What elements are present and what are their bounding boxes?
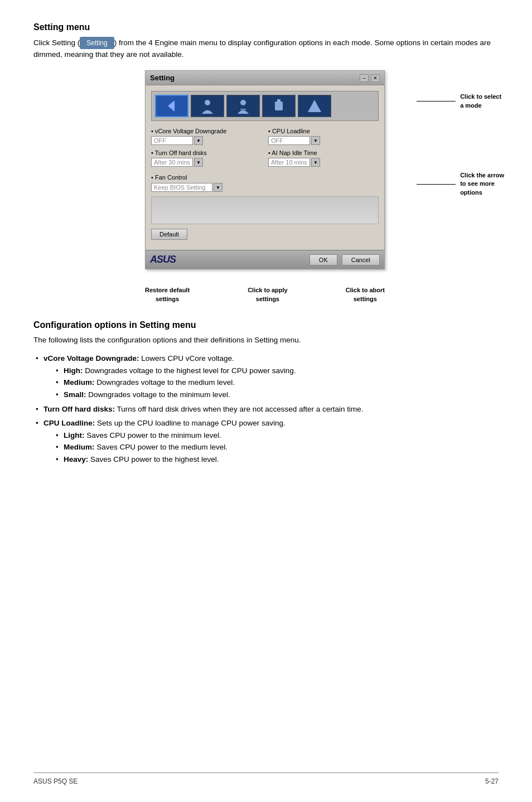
window-controls: ─ ✕ [360, 74, 380, 82]
turn-off-label: • Turn Off hard disks [151, 149, 262, 156]
screenshot-area: Setting ─ ✕ [33, 70, 499, 269]
config-bullet-list: vCore Voltage Downgrade: Lowers CPU vCor… [33, 352, 499, 465]
vcore-dropdown[interactable]: OFF ▼ [151, 136, 262, 145]
mode-icon-performance[interactable] [155, 95, 188, 117]
config-options-section: Configuration options in Setting menu Th… [33, 320, 499, 466]
window-body: • vCore Voltage Downgrade OFF ▼ • CPU Lo… [146, 85, 384, 250]
vcore-medium-desc: Downgrades voltage to the medium level. [95, 378, 235, 386]
turn-off-term: Turn Off hard disks: [43, 405, 115, 413]
svg-point-2 [240, 100, 246, 105]
list-item-cpu-medium: Medium: Saves CPU power to the medium le… [55, 441, 499, 453]
turn-off-arrow-icon[interactable]: ▼ [194, 158, 203, 167]
list-item-vcore-small: Small: Downgrades voltage to the minimum… [55, 389, 499, 401]
svg-point-1 [205, 100, 210, 105]
fan-control-label: • Fan Control [151, 174, 187, 181]
cpu-loadline-value: OFF [268, 136, 310, 145]
cpu-medium-desc: Saves CPU power to the medium level. [95, 443, 228, 451]
config-section-heading: Configuration options in Setting menu [33, 320, 499, 330]
window-bottom: ASUS OK Cancel [146, 250, 384, 269]
cpu-loadline-label: • CPU Loadline [268, 128, 379, 134]
window-titlebar: Setting ─ ✕ [146, 71, 384, 85]
cpu-loadline-desc: Sets up the CPU loadline to manage CPU p… [95, 419, 285, 427]
empty-gray-area [151, 196, 379, 224]
annotation-text-arrow: Click the arrow to see more options [460, 171, 504, 197]
config-section-intro: The following lists the configuration op… [33, 335, 499, 346]
options-grid: • vCore Voltage Downgrade OFF ▼ • CPU Lo… [151, 128, 379, 167]
annotation-line-2 [417, 184, 456, 185]
ok-button[interactable]: OK [309, 254, 337, 265]
setting-menu-heading: Setting menu [33, 22, 499, 32]
cpu-loadline-dropdown[interactable]: OFF ▼ [268, 136, 379, 145]
cpu-heavy-term: Heavy: [64, 455, 88, 463]
cpu-loadline-term: CPU Loadline: [43, 419, 95, 427]
cpu-medium-term: Medium: [64, 443, 95, 451]
ai-nap-option-group: • AI Nap Idle Time After 10 mins ▼ [268, 149, 379, 167]
ai-nap-label: • AI Nap Idle Time [268, 149, 379, 156]
minimize-button[interactable]: ─ [360, 74, 369, 82]
list-item-vcore: vCore Voltage Downgrade: Lowers CPU vCor… [33, 352, 499, 400]
annotation-click-arrow: Click the arrow to see more options [417, 171, 504, 197]
mode-icon-energy4[interactable] [298, 95, 331, 117]
annotation-restore-default: Restore default settings [145, 286, 190, 303]
footer-left: ASUS P5Q SE [33, 777, 78, 785]
annotation-click-to-select: Click to select a mode [417, 93, 504, 110]
vcore-arrow-icon[interactable]: ▼ [194, 136, 203, 145]
annotation-line-1 [417, 101, 456, 102]
list-item-turn-off: Turn Off hard disks: Turns off hard disk… [33, 403, 499, 416]
annotation-click-apply: Click to apply settings [248, 286, 288, 303]
page-footer: ASUS P5Q SE 5-27 [33, 772, 499, 785]
list-item-vcore-high: High: Downgrades voltage to the highest … [55, 365, 499, 377]
vcore-option-group: • vCore Voltage Downgrade OFF ▼ [151, 128, 262, 145]
default-button[interactable]: Default [151, 229, 187, 240]
turn-off-option-group: • Turn Off hard disks After 30 mins ▼ [151, 149, 262, 167]
fan-control-dropdown[interactable]: Keep BIOS Setting ▼ [151, 183, 379, 192]
cpu-loadline-arrow-icon[interactable]: ▼ [311, 136, 320, 145]
turn-off-value: After 30 mins [151, 158, 193, 167]
list-item-cpu-loadline: CPU Loadline: Sets up the CPU loadline t… [33, 417, 499, 465]
ai-nap-dropdown[interactable]: After 10 mins ▼ [268, 158, 379, 167]
svg-marker-6 [308, 100, 321, 112]
close-button[interactable]: ✕ [371, 74, 380, 82]
cancel-button[interactable]: Cancel [342, 254, 380, 265]
intro-before-btn: Click Setting ( [33, 38, 80, 47]
bottom-annotations-row: Restore default settings Click to apply … [145, 286, 385, 303]
fan-control-arrow-icon[interactable]: ▼ [214, 183, 223, 192]
fan-control-section: • Fan Control Keep BIOS Setting ▼ [151, 172, 379, 192]
vcore-desc: Lowers CPU vCore voltage. [139, 354, 234, 363]
svg-marker-0 [168, 100, 175, 112]
svg-rect-4 [275, 102, 283, 110]
vcore-value: OFF [151, 136, 193, 145]
vcore-small-term: Small: [64, 390, 86, 399]
vcore-medium-term: Medium: [64, 378, 95, 386]
vcore-high-term: High: [64, 366, 83, 375]
window-action-buttons: OK Cancel [309, 254, 380, 265]
ai-nap-arrow-icon[interactable]: ▼ [311, 158, 320, 167]
vcore-term: vCore Voltage Downgrade: [43, 354, 139, 363]
cpu-light-term: Light: [64, 431, 84, 439]
cpu-loadline-option-group: • CPU Loadline OFF ▼ [268, 128, 379, 145]
cpu-loadline-sub-list: Light: Saves CPU power to the minimum le… [43, 429, 499, 466]
mode-icon-energy2[interactable] [226, 95, 260, 117]
vcore-small-desc: Downgrades voltage to the minimum level. [86, 390, 230, 399]
list-item-cpu-heavy: Heavy: Saves CPU power to the highest le… [55, 453, 499, 466]
right-annotations: Click to select a mode Click the arrow t… [417, 93, 504, 197]
svg-rect-5 [277, 99, 280, 102]
list-item-cpu-light: Light: Saves CPU power to the minimum le… [55, 429, 499, 442]
vcore-label: • vCore Voltage Downgrade [151, 128, 262, 134]
mode-icon-energy1[interactable] [191, 95, 224, 117]
turn-off-dropdown[interactable]: After 30 mins ▼ [151, 158, 262, 167]
mode-icon-energy3[interactable] [262, 95, 296, 117]
cpu-light-desc: Saves CPU power to the minimum level. [84, 431, 221, 439]
setting-inline-button[interactable]: Setting [80, 37, 114, 49]
fan-control-value: Keep BIOS Setting [151, 183, 212, 192]
turn-off-desc: Turns off hard disk drives when they are… [115, 405, 363, 413]
annotation-click-abort: Click to abort settings [346, 286, 385, 303]
ai-nap-value: After 10 mins [268, 158, 310, 167]
asus-logo: ASUS [150, 254, 176, 265]
window-title: Setting [150, 74, 175, 82]
list-item-vcore-medium: Medium: Downgrades voltage to the medium… [55, 376, 499, 389]
mode-icons-row [151, 91, 379, 121]
cpu-heavy-desc: Saves CPU power to the highest level. [88, 455, 219, 463]
setting-menu-section: Setting menu Click Setting (Setting) fro… [33, 22, 499, 303]
setting-menu-intro: Click Setting (Setting) from the 4 Engin… [33, 37, 499, 60]
